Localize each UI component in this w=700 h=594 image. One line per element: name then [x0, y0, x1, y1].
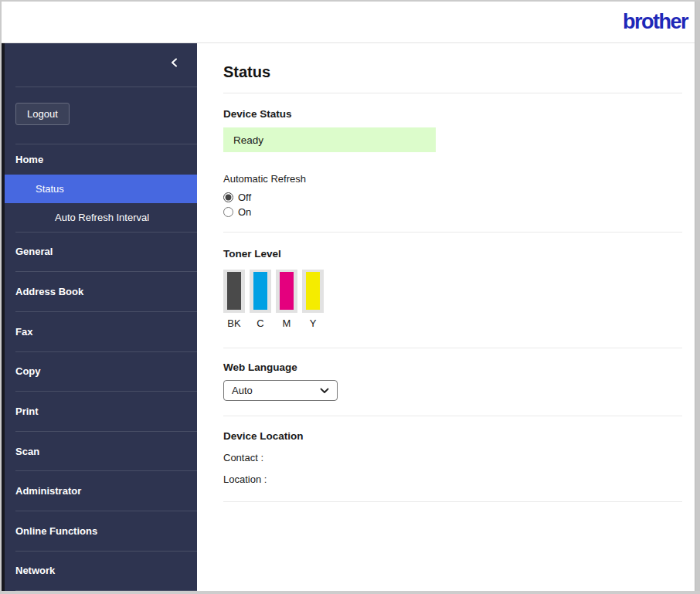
location-label: Location :: [223, 474, 682, 485]
web-language-select[interactable]: Auto: [223, 380, 338, 401]
sidebar-item-general[interactable]: General: [5, 233, 197, 272]
top-header: brother: [2, 2, 700, 43]
main-content: Status Device Status Ready Automatic Ref…: [197, 43, 700, 591]
divider: [223, 232, 682, 233]
chevron-down-icon: [320, 385, 329, 396]
contact-label: Contact :: [223, 452, 682, 463]
divider: [223, 348, 682, 348]
sidebar-item-copy[interactable]: Copy: [5, 352, 197, 392]
divider: [223, 501, 682, 502]
vertical-scrollbar[interactable]: [695, 2, 700, 594]
toner-label-cyan: C: [250, 317, 271, 329]
sidebar-item-online-functions[interactable]: Online Functions: [5, 511, 197, 551]
chevron-left-icon: [169, 57, 180, 71]
toner-cartridge-black: [223, 270, 245, 313]
toner-level-bars: [223, 270, 682, 313]
logout-section: Logout: [5, 87, 197, 144]
auto-refresh-off-radio[interactable]: [223, 192, 233, 202]
horizontal-scrollbar[interactable]: [2, 591, 700, 594]
toner-cartridge-yellow: [302, 270, 324, 313]
web-language-label: Web Language: [223, 361, 682, 373]
brother-web-admin-page: brother Logout Home Status Auto R: [0, 0, 700, 594]
toner-level-label: Toner Level: [223, 248, 682, 260]
device-status-label: Device Status: [223, 108, 682, 120]
toner-level-labels: BK C M Y: [223, 317, 682, 329]
auto-refresh-on-radio[interactable]: [223, 207, 233, 217]
collapse-sidebar-button[interactable]: [166, 56, 183, 73]
toner-cartridge-magenta: [276, 270, 297, 313]
toner-label-yellow: Y: [302, 317, 324, 329]
sidebar-item-administrator[interactable]: Administrator: [5, 471, 197, 511]
toner-label-magenta: M: [276, 317, 297, 329]
device-status-value: Ready: [223, 127, 436, 152]
divider: [223, 416, 682, 416]
toner-fill-cyan: [253, 272, 267, 310]
sidebar-nav: Logout Home Status Auto Refresh Interval…: [2, 43, 197, 591]
automatic-refresh-label: Automatic Refresh: [223, 173, 682, 185]
sidebar-item-scan[interactable]: Scan: [5, 432, 197, 471]
sidebar-item-auto-refresh-interval[interactable]: Auto Refresh Interval: [5, 203, 197, 232]
divider: [223, 93, 682, 93]
toner-label-black: BK: [223, 317, 245, 329]
auto-refresh-on-option[interactable]: On: [223, 205, 682, 219]
web-language-selected-value: Auto: [232, 385, 253, 396]
sidebar-item-home[interactable]: Home: [5, 144, 197, 175]
sidebar-item-address-book[interactable]: Address Book: [5, 272, 197, 311]
toner-fill-yellow: [306, 272, 320, 310]
sidebar-item-status[interactable]: Status: [5, 175, 197, 203]
brother-logo: brother: [623, 12, 688, 32]
sidebar-item-network[interactable]: Network: [5, 552, 197, 591]
automatic-refresh-options: Off On: [223, 190, 682, 219]
sidebar-item-fax[interactable]: Fax: [5, 312, 197, 351]
toner-fill-black: [227, 272, 241, 310]
toner-cartridge-cyan: [250, 270, 271, 313]
sidebar-header: [5, 43, 197, 87]
auto-refresh-on-label: On: [238, 206, 251, 218]
auto-refresh-off-label: Off: [238, 192, 251, 203]
toner-fill-magenta: [280, 272, 294, 310]
device-location-label: Device Location: [223, 430, 682, 442]
sidebar-item-print[interactable]: Print: [5, 392, 197, 431]
auto-refresh-off-option[interactable]: Off: [223, 190, 682, 205]
logout-button[interactable]: Logout: [15, 103, 70, 125]
page-title: Status: [223, 63, 682, 81]
